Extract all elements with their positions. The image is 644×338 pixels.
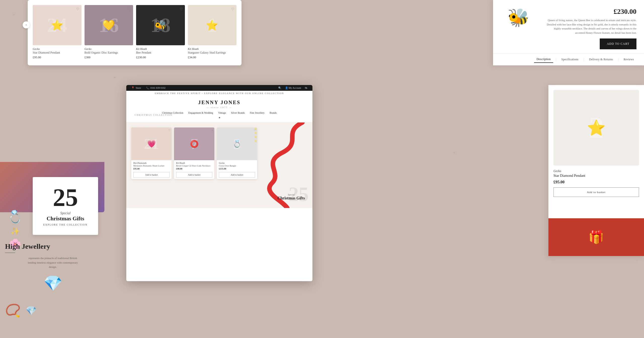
bottom-left-panel: 💍 ✨ 🌸 25 Special Christmas Gifts EXPLORE… (0, 162, 104, 338)
carousel-product-1-info: Gecko Star Diamond Pendant £95.00 (33, 45, 82, 60)
blp-christmas-card: 25 Special Christmas Gifts EXPLORE THE C… (33, 177, 98, 235)
carousel-product-4[interactable]: 1 ⭐ ♡ Kit Heath Stargazer Galaxy Stud Ea… (188, 5, 237, 60)
carousel-product-4-icon: ⭐ (206, 19, 218, 31)
topbar-store[interactable]: 📍 Store (131, 87, 141, 89)
blp-bracelet-area: 📿 💎 (3, 303, 104, 318)
product-detail-bee-image: 🐝 (501, 3, 536, 33)
website-header: JENNY JONES — since 1977 — Christmas Col… (126, 96, 312, 122)
carousel-product-2-brand: Gecko (85, 47, 133, 50)
hero-product-gecko[interactable]: 3 💍 ♡ Gecko Cross Over Bangle £155.00 Ad… (217, 128, 257, 179)
product-detail-description: Queen of living nature, the Queen Bee is… (546, 18, 636, 35)
cart-icon[interactable]: 🛍 (305, 87, 307, 89)
carousel-product-1-brand: Gecko (33, 47, 82, 50)
tab-separator-3: | (618, 58, 618, 61)
blp-high-jewellery-desc: represents the pinnacle of traditional B… (25, 256, 80, 269)
carousel-product-2[interactable]: 16 💛 ♡ Gecko Bold Organic Disc Earrings … (85, 5, 133, 60)
add-to-cart-button[interactable]: ADD TO CART (600, 38, 636, 49)
hero-prod-2-add-to-basket[interactable]: Add to basket (176, 172, 212, 178)
product-carousel: 24 ⭐ ♡ Gecko Star Diamond Pendant £95.00… (28, 0, 242, 65)
blp-hj-divider (5, 252, 15, 253)
carousel-product-1-name: Star Diamond Pendant (33, 51, 82, 55)
blp-explore-label[interactable]: EXPLORE THE COLLECTION (43, 223, 88, 226)
carousel-product-4-brand: Kit Heath (188, 47, 237, 50)
carousel-product-3[interactable]: 18 🐝 ♡ Kit Heath Bee Pendant £230.00 (136, 5, 185, 60)
tab-description[interactable]: Description (534, 56, 553, 63)
nav-star-deco: ★ (131, 116, 307, 120)
carousel-product-2-info: Gecko Bold Organic Disc Earrings £300 (85, 45, 133, 60)
carousel-prev-arrow[interactable]: ‹ (23, 21, 30, 28)
topbar-phone[interactable]: 📞 0161 839 0102 (146, 87, 166, 89)
tab-separator-2: | (583, 58, 584, 61)
hero-prod-1-add-to-basket[interactable]: Add to basket (133, 172, 170, 178)
carousel-product-1-icon: ⭐ (51, 19, 63, 31)
tab-reviews[interactable]: Reviews (621, 56, 636, 63)
tab-specifications[interactable]: Specifications (559, 56, 581, 63)
site-banner: EMBRACE THE FESTIVE SPIRIT - EXPLORE ELE… (126, 91, 312, 96)
carousel-product-2-price: £300 (85, 56, 133, 59)
nav-fine-jewellery[interactable]: Fine Jewellery (250, 111, 265, 114)
carousel-product-2-wishlist[interactable]: ♡ (128, 7, 131, 11)
website-hero: ⭐ ⭐ ⭐ ⭐ ⭐ 21 💗 ♡ Hot Diamonds Memories R… (126, 122, 312, 208)
hero-prod-3-name: Cross Over Bangle (219, 164, 255, 167)
hero-special-text: Special (277, 193, 305, 196)
topbar-my-account[interactable]: 👤 My Account (285, 87, 301, 89)
hero-prod-2-wishlist[interactable]: ♥ (212, 129, 213, 132)
blp-high-jewellery-section: High Jewellery represents the pinnacle o… (5, 242, 101, 292)
tab-delivery-returns[interactable]: Delivery & Returns (587, 56, 616, 63)
nav-brands[interactable]: Brands (270, 111, 277, 114)
hero-prod-1-name: Memories Romantic Heart Locket (133, 164, 170, 167)
deco-star-4: ✦ (453, 151, 456, 155)
hero-right-star-4: ⭐ (254, 140, 257, 142)
hero-product-kit-heath[interactable]: 7 ⭕ ♥ Kit Heath Bevel Cirque CZ Pave Lin… (174, 128, 214, 179)
carousel-product-2-name: Bold Organic Disc Earrings (85, 51, 133, 55)
hero-prod-2-price: £98.00 (176, 167, 212, 170)
hero-prod-1-icon: 💗 (147, 140, 156, 148)
hero-prod-3-price: £155.00 (219, 167, 255, 170)
carousel-product-1-image: 24 ⭐ (33, 5, 82, 45)
blp-high-jewellery-title: High Jewellery (5, 242, 101, 250)
hero-xmas-gifts-text: Special Christmas Gifts (277, 193, 305, 200)
hero-product-gecko-image: 3 💍 ♡ (217, 128, 257, 160)
carousel-product-4-wishlist[interactable]: ♡ (231, 7, 234, 11)
carousel-product-2-image: 16 💛 (85, 5, 133, 45)
hero-product-1-info: Hot Diamonds Memories Romantic Heart Loc… (131, 160, 172, 172)
hero-prod-1-price: £95.00 (133, 167, 170, 170)
carousel-product-3-brand: Kit Heath (136, 47, 185, 50)
carousel-product-3-icon: 🐝 (154, 19, 167, 31)
hero-prod-2-icon: ⭕ (190, 140, 199, 148)
hero-right-star-3: ⭐ (254, 136, 257, 138)
search-icon[interactable]: 🔍 (278, 87, 281, 89)
right-panel-gift-box: 🎁 (548, 218, 644, 256)
website-topbar: 📍 Store 📞 0161 839 0102 🔍 👤 My Account 🛍 (126, 85, 312, 91)
nav-vintage[interactable]: Vintage (218, 111, 226, 114)
carousel-product-3-price: £230.00 (136, 56, 185, 59)
product-detail-panel: 🐝 £230.00 Queen of living nature, the Qu… (493, 0, 644, 65)
location-pin-icon: 📍 (131, 87, 134, 89)
hero-product-hot-diamonds-image: 21 💗 ♡ (131, 128, 172, 160)
carousel-product-3-wishlist[interactable]: ♡ (180, 7, 183, 11)
site-tagline: — since 1977 — (131, 106, 307, 109)
product-detail-price: £230.00 (546, 8, 636, 16)
hero-prod-3-add-to-basket[interactable]: Add to basket (219, 172, 255, 178)
carousel-product-1[interactable]: 24 ⭐ ♡ Gecko Star Diamond Pendant £95.00 (33, 5, 82, 60)
account-icon: 👤 (285, 87, 288, 89)
nav-engagement-wedding[interactable]: Engagement & Wedding (188, 111, 213, 114)
right-panel-brand: Gecko (553, 169, 639, 173)
hero-product-hot-diamonds[interactable]: 21 💗 ♡ Hot Diamonds Memories Romantic He… (131, 128, 172, 179)
carousel-product-1-wishlist[interactable]: ♡ (76, 7, 79, 11)
right-panel-add-to-basket-button[interactable]: Add to basket (553, 187, 639, 197)
hero-right-star-1: ⭐ (254, 128, 257, 130)
hero-stars-right: ⭐ ⭐ ⭐ ⭐ (254, 128, 257, 142)
hero-product-2-info: Kit Heath Bevel Cirque CZ Pave Link Neck… (174, 160, 214, 172)
right-panel-product-name: Star Diamond Pendant (553, 174, 639, 178)
hero-right-star-2: ⭐ (254, 132, 257, 134)
blp-special-label: Special (60, 211, 70, 215)
nav-silver-brands[interactable]: Silver Brands (231, 111, 245, 114)
deco-star-1: ✦ (13, 13, 16, 17)
carousel-product-3-image: 18 🐝 (136, 5, 185, 45)
hero-prod-1-wishlist[interactable]: ♡ (168, 129, 170, 132)
hero-prod-3-brand: Gecko (219, 162, 255, 164)
hero-product-kit-heath-image: 7 ⭕ ♥ (174, 128, 214, 160)
gift-box-icon: 🎁 (588, 230, 604, 244)
product-detail-tabs: Description | Specifications | Delivery … (493, 53, 644, 65)
